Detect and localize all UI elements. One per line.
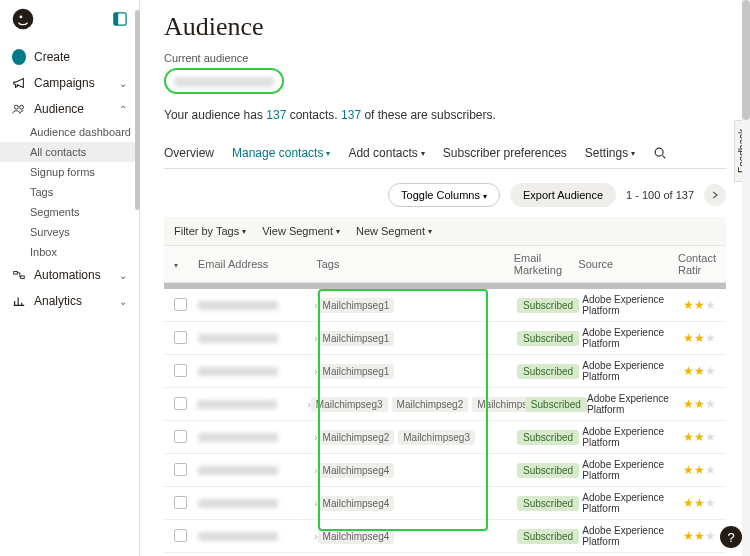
table-row[interactable]: ›Mailchimpseg1SubscribedAdobe Experience… <box>164 289 726 322</box>
tag-chip[interactable]: Mailchimpseg4 <box>318 496 395 511</box>
new-segment[interactable]: New Segment▾ <box>356 225 432 237</box>
row-checkbox[interactable] <box>174 430 187 443</box>
view-segment[interactable]: View Segment▾ <box>262 225 340 237</box>
subnav-inbox[interactable]: Inbox <box>30 242 139 262</box>
sidebar-item-analytics[interactable]: Analytics ⌄ <box>0 288 139 314</box>
tab-manage-contacts[interactable]: Manage contacts▾ <box>232 146 330 160</box>
primary-nav: Create Campaigns ⌄ Audience ⌃ Audience d… <box>0 42 139 316</box>
sidebar-item-audience[interactable]: Audience ⌃ <box>0 96 139 122</box>
rating-stars: ★★★ <box>683 529 716 543</box>
tag-chip[interactable]: Mailchimpseg2 <box>318 430 395 445</box>
email-blurred <box>198 499 278 508</box>
table-toolbar: Toggle Columns ▾ Export Audience 1 - 100… <box>164 183 726 207</box>
filter-by-tags[interactable]: Filter by Tags▾ <box>174 225 246 237</box>
rating-stars: ★★★ <box>683 298 716 312</box>
col-email[interactable]: Email Address <box>198 258 316 270</box>
sidebar-item-automations[interactable]: Automations ⌄ <box>0 262 139 288</box>
tag-chip[interactable]: Mailchimpseg1 <box>318 364 395 379</box>
nav-label: Create <box>34 50 70 64</box>
col-source[interactable]: Source <box>578 258 678 270</box>
subnav-signup-forms[interactable]: Signup forms <box>30 162 139 182</box>
table-row[interactable]: ›Mailchimpseg1SubscribedAdobe Experience… <box>164 322 726 355</box>
source-cell: Adobe Experience Platform <box>582 426 683 448</box>
tag-chip[interactable]: Mailchimpseg4 <box>318 463 395 478</box>
rating-stars: ★★★ <box>683 430 716 444</box>
subnav-segments[interactable]: Segments <box>30 202 139 222</box>
source-cell: Adobe Experience Platform <box>582 492 683 514</box>
audience-selector[interactable] <box>164 68 284 94</box>
tag-chip[interactable]: Mailchimpseg1 <box>318 331 395 346</box>
chevron-down-icon: ▾ <box>421 149 425 158</box>
subnav-tags[interactable]: Tags <box>30 182 139 202</box>
tag-chip[interactable]: Mailchimpseg1 <box>318 298 395 313</box>
toggle-columns-button[interactable]: Toggle Columns ▾ <box>388 183 500 207</box>
tab-settings[interactable]: Settings▾ <box>585 146 635 160</box>
page-scrollbar-track[interactable] <box>742 0 750 556</box>
rating-stars: ★★★ <box>683 331 716 345</box>
table-row[interactable]: ›Mailchimpseg4SubscribedAdobe Experience… <box>164 520 726 553</box>
col-rating[interactable]: Contact Ratir <box>678 252 716 276</box>
analytics-icon <box>12 294 26 308</box>
table-row[interactable]: ›Mailchimpseg2Mailchimpseg3SubscribedAdo… <box>164 421 726 454</box>
nav-label: Automations <box>34 268 101 282</box>
row-checkbox[interactable] <box>174 529 187 542</box>
megaphone-icon <box>12 76 26 90</box>
tab-overview[interactable]: Overview <box>164 146 214 160</box>
row-checkbox[interactable] <box>174 397 187 410</box>
status-badge: Subscribed <box>517 298 579 313</box>
row-checkbox[interactable] <box>174 331 187 344</box>
email-blurred <box>198 466 278 475</box>
tab-subscriber-preferences[interactable]: Subscriber preferences <box>443 146 567 160</box>
audience-icon <box>12 102 26 116</box>
tab-add-contacts[interactable]: Add contacts▾ <box>348 146 424 160</box>
row-checkbox[interactable] <box>174 496 187 509</box>
audience-subnav: Audience dashboard All contacts Signup f… <box>0 122 139 262</box>
mailchimp-logo-icon[interactable] <box>12 8 34 30</box>
table-row[interactable]: ›Mailchimpseg1SubscribedAdobe Experience… <box>164 355 726 388</box>
pager-next-button[interactable] <box>704 184 726 206</box>
email-blurred <box>198 532 278 541</box>
table-body: ›Mailchimpseg1SubscribedAdobe Experience… <box>164 289 726 556</box>
status-badge: Subscribed <box>517 529 579 544</box>
email-blurred <box>198 301 278 310</box>
row-checkbox[interactable] <box>174 298 187 311</box>
page-title: Audience <box>164 12 726 42</box>
current-audience-label: Current audience <box>164 52 726 64</box>
search-icon[interactable] <box>653 146 667 160</box>
row-checkbox[interactable] <box>174 364 187 377</box>
table-row[interactable]: ›Mailchimpseg4SubscribedAdobe Experience… <box>164 454 726 487</box>
sidebar-item-create[interactable]: Create <box>0 44 139 70</box>
table-row[interactable]: ›Mailchimpseg3Mailchimpseg2Mailchimpseg1… <box>164 388 726 421</box>
select-all-menu[interactable]: ▾ <box>174 261 178 270</box>
tag-chip[interactable]: Mailchimpseg2 <box>392 397 469 412</box>
subnav-all-contacts[interactable]: All contacts <box>0 142 139 162</box>
automations-icon <box>12 268 26 282</box>
row-checkbox[interactable] <box>174 463 187 476</box>
col-tags[interactable]: Tags <box>316 258 514 270</box>
subscribers-count: 137 <box>341 108 361 122</box>
rating-stars: ★★★ <box>683 397 716 411</box>
status-badge: Subscribed <box>517 331 579 346</box>
tag-chip[interactable]: Mailchimpseg3 <box>311 397 388 412</box>
source-cell: Adobe Experience Platform <box>582 459 683 481</box>
nav-label: Campaigns <box>34 76 95 90</box>
help-button[interactable]: ? <box>720 526 742 548</box>
audience-tabs: Overview Manage contacts▾ Add contacts▾ … <box>164 146 726 169</box>
pager-range: 1 - 100 of 137 <box>626 189 694 201</box>
table-row[interactable]: ›Mailchimpseg4SubscribedAdobe Experience… <box>164 487 726 520</box>
tag-chip[interactable]: Mailchimpseg3 <box>398 430 475 445</box>
audience-count-text: Your audience has 137 contacts. 137 of t… <box>164 108 726 122</box>
subnav-audience-dashboard[interactable]: Audience dashboard <box>30 122 139 142</box>
rating-stars: ★★★ <box>683 364 716 378</box>
collapse-sidebar-icon[interactable] <box>113 12 127 26</box>
email-blurred <box>198 334 278 343</box>
sidebar-item-campaigns[interactable]: Campaigns ⌄ <box>0 70 139 96</box>
source-cell: Adobe Experience Platform <box>582 294 683 316</box>
source-cell: Adobe Experience Platform <box>582 327 683 349</box>
col-marketing[interactable]: Email Marketing <box>514 252 579 276</box>
page-scrollbar-thumb[interactable] <box>742 0 750 120</box>
export-audience-button[interactable]: Export Audience <box>510 183 616 207</box>
tag-chip[interactable]: Mailchimpseg4 <box>318 529 395 544</box>
subnav-surveys[interactable]: Surveys <box>30 222 139 242</box>
status-badge: Subscribed <box>517 496 579 511</box>
